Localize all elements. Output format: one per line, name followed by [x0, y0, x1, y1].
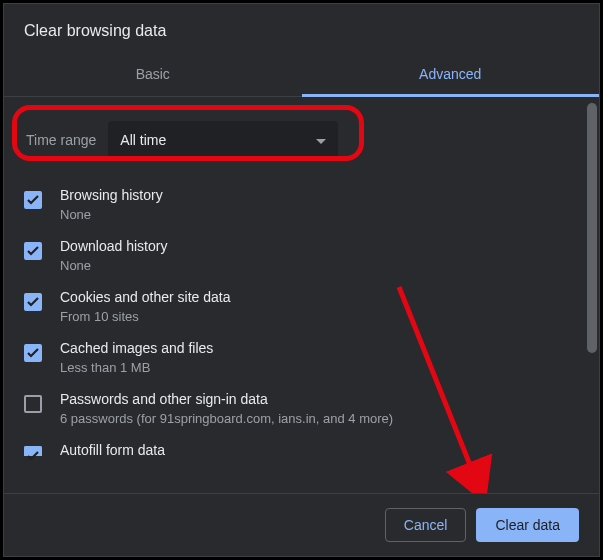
checkbox-browsing-history[interactable] — [24, 191, 42, 209]
item-desc: 6 passwords (for 91springboard.com, ians… — [60, 411, 393, 426]
clear-browsing-data-dialog: Clear browsing data Basic Advanced Time … — [3, 3, 600, 557]
checkbox-autofill[interactable] — [24, 446, 42, 456]
item-title: Autofill form data — [60, 442, 165, 458]
checkbox-passwords[interactable] — [24, 395, 42, 413]
scrollbar[interactable] — [587, 103, 597, 487]
timerange-label: Time range — [26, 132, 96, 148]
list-item-text: Cached images and files Less than 1 MB — [60, 340, 213, 375]
tab-advanced[interactable]: Advanced — [302, 54, 600, 96]
content-area: Time range All time Browsing history Non… — [4, 97, 599, 493]
checklist: Browsing history None Download history N… — [24, 187, 565, 438]
checkbox-cookies[interactable] — [24, 293, 42, 311]
item-title: Browsing history — [60, 187, 163, 203]
list-item: Cookies and other site data From 10 site… — [24, 289, 565, 324]
item-title: Cookies and other site data — [60, 289, 230, 305]
tabs: Basic Advanced — [4, 54, 599, 97]
chevron-down-icon — [316, 132, 326, 148]
item-desc: Less than 1 MB — [60, 360, 213, 375]
scrollbar-thumb[interactable] — [587, 103, 597, 353]
timerange-row: Time range All time — [24, 115, 565, 165]
item-title: Passwords and other sign-in data — [60, 391, 393, 407]
list-item-text: Download history None — [60, 238, 167, 273]
timerange-value: All time — [120, 132, 166, 148]
checkbox-download-history[interactable] — [24, 242, 42, 260]
dialog-title: Clear browsing data — [4, 4, 599, 54]
item-title: Download history — [60, 238, 167, 254]
list-item-text: Cookies and other site data From 10 site… — [60, 289, 230, 324]
item-desc: None — [60, 258, 167, 273]
list-item-text: Autofill form data — [60, 442, 165, 458]
list-item-text: Browsing history None — [60, 187, 163, 222]
cancel-button[interactable]: Cancel — [385, 508, 467, 542]
item-desc: None — [60, 207, 163, 222]
list-item: Browsing history None — [24, 187, 565, 222]
item-title: Cached images and files — [60, 340, 213, 356]
dialog-footer: Cancel Clear data — [4, 493, 599, 556]
item-desc: From 10 sites — [60, 309, 230, 324]
list-item: Autofill form data — [24, 442, 565, 458]
clear-data-button[interactable]: Clear data — [476, 508, 579, 542]
checkbox-cache[interactable] — [24, 344, 42, 362]
content-scroll: Time range All time Browsing history Non… — [4, 97, 585, 493]
list-item: Download history None — [24, 238, 565, 273]
tab-basic[interactable]: Basic — [4, 54, 302, 96]
list-item: Passwords and other sign-in data 6 passw… — [24, 391, 565, 426]
list-item: Cached images and files Less than 1 MB — [24, 340, 565, 375]
list-item-text: Passwords and other sign-in data 6 passw… — [60, 391, 393, 426]
timerange-select[interactable]: All time — [108, 121, 338, 159]
